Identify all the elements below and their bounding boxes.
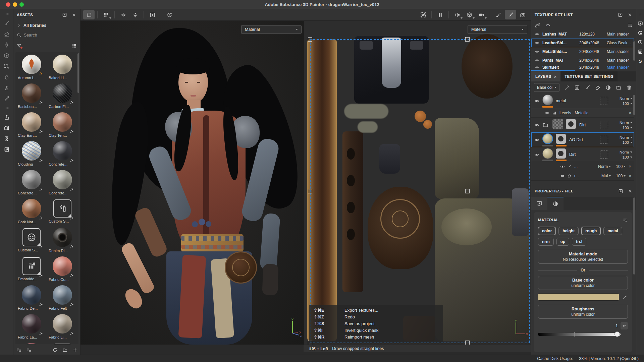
- blend-mode-dropdown[interactable]: Norm: [620, 121, 632, 125]
- shader-settings-button[interactable]: [637, 29, 644, 37]
- tab-layers[interactable]: LAYERS ×: [531, 71, 560, 81]
- asset-item[interactable]: Autumn L...: [17, 55, 46, 83]
- blend-mode-dropdown[interactable]: Mul: [601, 174, 611, 178]
- texture-set-hscrollbar[interactable]: [531, 70, 575, 71]
- asset-thumbnail[interactable]: [22, 228, 41, 246]
- sub-effect-row[interactable]: ...Norm100×: [531, 162, 634, 171]
- projection-button[interactable]: [2, 40, 12, 50]
- asset-item[interactable]: Embroide...: [17, 256, 46, 285]
- remove-effect-button[interactable]: ×: [629, 164, 631, 169]
- float-panel-button[interactable]: [617, 12, 623, 18]
- roughness-button[interactable]: Roughness uniform color: [538, 305, 628, 319]
- channel-filter-dropdown[interactable]: Base col: [534, 83, 559, 92]
- slider-knob[interactable]: [614, 331, 620, 337]
- smart-material-button[interactable]: [573, 83, 582, 92]
- material-picker-button[interactable]: [2, 94, 12, 104]
- channel-chip-rough[interactable]: rough: [581, 227, 601, 235]
- solo-one-button[interactable]: 1: [545, 22, 551, 28]
- asset-thumbnail[interactable]: [53, 256, 72, 276]
- asset-item[interactable]: Denim Ri...: [48, 228, 77, 256]
- visibility-toggle[interactable]: [560, 164, 565, 169]
- asset-item[interactable]: Concrete...: [48, 170, 77, 199]
- export-button[interactable]: [2, 112, 12, 122]
- selection-handle[interactable]: [465, 37, 470, 42]
- texture-set-row[interactable]: Pants_MAT2048x2048Main shader: [531, 56, 634, 65]
- mask-thumbnail[interactable]: [556, 134, 566, 144]
- asset-item[interactable]: Fabric Felt: [48, 285, 77, 314]
- asset-item[interactable]: Cork Nat...: [17, 199, 46, 228]
- channel-chip-metal[interactable]: metal: [603, 227, 622, 235]
- fill-layer-button[interactable]: [593, 83, 603, 92]
- substance-button[interactable]: S: [637, 57, 644, 65]
- screenshot-button[interactable]: [517, 10, 528, 19]
- asset-thumbnail[interactable]: [22, 257, 41, 275]
- folder-new-button[interactable]: [62, 347, 68, 353]
- close-panel-button[interactable]: [627, 12, 633, 18]
- asset-thumbnail[interactable]: [53, 170, 72, 189]
- paint-button[interactable]: [2, 18, 12, 28]
- tiles-button[interactable]: [100, 10, 112, 19]
- group-folder-button[interactable]: [614, 83, 623, 92]
- asset-thumbnail[interactable]: [53, 112, 72, 132]
- mask-thumbnail[interactable]: [566, 119, 576, 129]
- trash-button[interactable]: [624, 83, 634, 92]
- asset-item[interactable]: Custom S...: [17, 228, 46, 256]
- opacity-dropdown[interactable]: 100: [623, 126, 632, 130]
- hourglass-button[interactable]: [2, 134, 12, 144]
- asset-thumbnail[interactable]: [53, 314, 72, 334]
- tab-properties-material[interactable]: [547, 197, 564, 210]
- log-button[interactable]: [637, 48, 644, 55]
- visibility-toggle[interactable]: [534, 41, 540, 45]
- opacity-dropdown[interactable]: 100: [616, 164, 626, 169]
- opacity-dropdown[interactable]: 100: [623, 155, 632, 159]
- channel-chip-nrm[interactable]: nrm: [538, 238, 554, 246]
- filter-funnel-icon[interactable]: [17, 43, 22, 48]
- viewport-2d[interactable]: Material: [304, 21, 531, 345]
- visibility-sync-button[interactable]: [535, 22, 540, 28]
- sort-filter-button[interactable]: [627, 22, 633, 28]
- pause-button[interactable]: [434, 10, 446, 19]
- group-thumbnail[interactable]: [552, 119, 563, 129]
- texture-set-shader[interactable]: Main shader: [607, 65, 632, 70]
- search-input[interactable]: [24, 33, 64, 38]
- layer-row[interactable]: DirtNorm100: [531, 147, 634, 162]
- remove-effect-button[interactable]: ×: [629, 173, 631, 178]
- eyedropper-icon[interactable]: [622, 294, 628, 300]
- properties-scrollbar[interactable]: [633, 197, 635, 275]
- asset-item[interactable]: Fabric Co...: [48, 256, 77, 285]
- texture-set-row[interactable]: MetalShlds...2048x2048Main shader: [531, 47, 634, 56]
- smudge-button[interactable]: [2, 72, 12, 82]
- asset-thumbnail[interactable]: [53, 344, 71, 344]
- mask-thumbnail[interactable]: [556, 148, 566, 159]
- texture-set-row[interactable]: LeatherShl...2048x2048Glass Beak...: [531, 39, 634, 47]
- resources-updater-button[interactable]: [2, 144, 12, 155]
- material-mode-button[interactable]: Material mode No Resource Selected: [538, 250, 628, 264]
- shading-mode-dropdown-3d[interactable]: Material: [241, 25, 302, 34]
- texture-set-row[interactable]: SkirtBelt2048x2048Main shader: [531, 65, 634, 70]
- visibility-toggle[interactable]: [533, 137, 540, 142]
- texture-set-shader[interactable]: Main shader: [607, 32, 632, 37]
- channel-chip-op[interactable]: op: [556, 238, 570, 246]
- selection-handle[interactable]: [308, 189, 312, 193]
- blend-mode-dropdown[interactable]: Norm: [620, 150, 632, 154]
- asset-thumbnail[interactable]: [53, 83, 72, 103]
- refresh-button[interactable]: [52, 347, 58, 353]
- asset-item[interactable]: Carbon Fi...: [48, 83, 77, 112]
- texture-set-shader[interactable]: Glass Beak...: [607, 41, 632, 45]
- group-row[interactable]: DirtNorm100: [531, 118, 634, 132]
- asset-item[interactable]: Concrete...: [17, 170, 46, 199]
- eraser-button[interactable]: [2, 29, 12, 39]
- asset-item[interactable]: Clay Terr...: [48, 112, 77, 141]
- asset-item[interactable]: Baked Li...: [48, 55, 77, 83]
- asset-thumbnail[interactable]: [22, 170, 41, 189]
- asset-thumbnail[interactable]: [53, 141, 72, 161]
- shading-mode-dropdown-2d[interactable]: Material: [468, 25, 527, 34]
- assets-scrollbar[interactable]: [77, 53, 79, 93]
- visibility-toggle[interactable]: [534, 32, 540, 37]
- roughness-slider[interactable]: [538, 331, 621, 337]
- asset-item[interactable]: Custom S...: [48, 199, 77, 228]
- asset-thumbnail[interactable]: [53, 199, 71, 218]
- visibility-toggle[interactable]: [560, 174, 565, 178]
- viewport-3d[interactable]: Material: [80, 21, 304, 345]
- frame-add-button[interactable]: [147, 10, 158, 19]
